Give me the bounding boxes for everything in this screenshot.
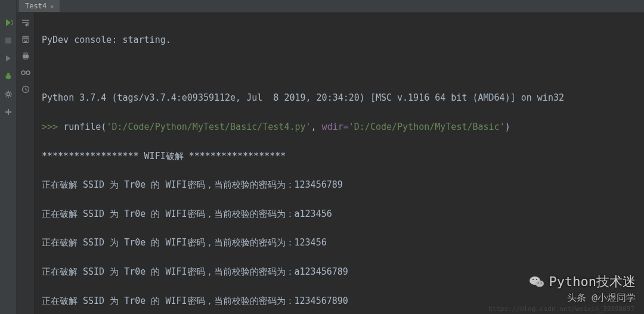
svg-point-20 [540,282,541,284]
string-literal: 'D:/Code/Python/MyTest/Basic' [349,122,505,132]
history-icon[interactable] [20,84,31,95]
console-line: PyDev console: starting. [42,33,637,47]
rerun-icon[interactable] [4,18,13,27]
svg-point-19 [537,282,538,284]
paren: ) [505,122,510,132]
variables-icon[interactable] [20,67,31,78]
fn-name: runfile( [63,122,106,132]
svg-point-6 [7,73,10,75]
settings-icon[interactable] [4,89,13,99]
watermark-url: https://blog.csdn.net/weixin_39198897 [488,305,634,313]
console-line [42,62,637,76]
console-line: Python 3.7.4 (tags/v3.7.4:e09359112e, Ju… [42,91,637,105]
svg-point-1 [6,74,11,79]
watermark: Python技术迷 头条 @小煜同学 [529,273,636,304]
svg-point-7 [7,93,10,96]
svg-point-13 [26,71,30,74]
comma: , [311,122,322,132]
console-line: 正在破解 SSID 为 Tr0e 的 WIFI密码，当前校验的密码为：12345… [42,178,637,192]
svg-rect-0 [5,38,11,43]
add-icon[interactable] [4,107,13,117]
svg-rect-10 [24,53,27,55]
tab-test4[interactable]: Test4 ✕ [19,0,60,12]
bug-icon[interactable] [4,71,13,81]
play-icon[interactable] [4,54,13,63]
kwarg: wdir= [322,122,349,132]
watermark-text-2: 头条 @小煜同学 [529,292,636,304]
console-line: ****************** WIFI破解 **************… [42,149,637,163]
console-toolbar [17,13,35,314]
soft-wrap-icon[interactable] [20,17,31,28]
tab-bar: Test4 ✕ [17,0,644,13]
svg-point-12 [21,71,25,74]
console-output[interactable]: PyDev console: starting. Python 3.7.4 (t… [35,13,644,314]
scroll-end-icon[interactable] [20,34,31,45]
console-line: 正在破解 SSID 为 Tr0e 的 WIFI密码，当前校验的密码为：12345… [42,235,637,250]
left-toolbar [0,0,17,314]
svg-point-17 [532,279,533,280]
svg-point-18 [535,279,537,280]
svg-rect-11 [24,57,27,59]
stop-icon[interactable] [4,36,13,45]
print-icon[interactable] [20,51,31,61]
tab-label: Test4 [25,2,47,10]
console-line: 正在破解 SSID 为 Tr0e 的 WIFI密码，当前校验的密码为：a1234… [42,207,637,221]
string-literal: 'D:/Code/Python/MyTest/Basic/Test4.py' [106,122,311,132]
svg-point-16 [535,281,544,287]
console-line: >>> runfile('D:/Code/Python/MyTest/Basic… [42,120,637,134]
close-icon[interactable]: ✕ [50,3,54,10]
wechat-icon [529,275,544,288]
prompt: >>> [42,122,63,132]
watermark-text-1: Python技术迷 [549,273,636,291]
